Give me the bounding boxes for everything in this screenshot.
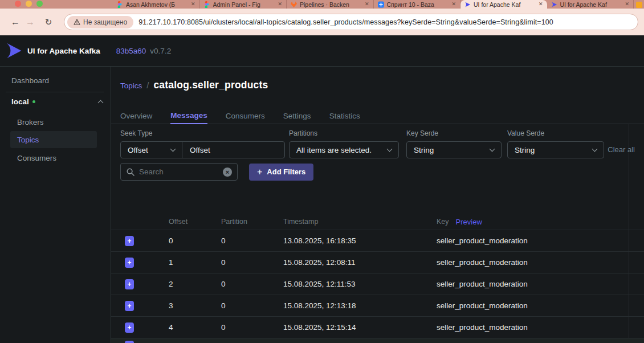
sidebar-divider [6, 92, 104, 92]
col-partition: Partition [221, 218, 283, 226]
figma-icon [117, 1, 123, 8]
tab-close-icon[interactable]: ✕ [278, 2, 282, 7]
table-row[interactable]: + 2 0 15.08.2025, 12:11:53 seller_produc… [111, 273, 644, 295]
browser-tab[interactable]: UI for Apache Kaf ✕ [547, 0, 634, 9]
sidebar-cluster-local[interactable]: local [11, 97, 103, 106]
chevron-down-icon [490, 146, 495, 152]
tab-close-icon[interactable]: ✕ [365, 2, 369, 7]
chevron-down-icon [387, 146, 393, 152]
cell-offset: 4 [169, 323, 221, 332]
expand-row-button[interactable]: + [125, 236, 134, 246]
browser-tab[interactable]: Pipelines · Backen ✕ [287, 0, 374, 9]
col-offset: Offset [169, 218, 221, 226]
expand-row-button[interactable]: + [125, 301, 134, 311]
partitions-select[interactable]: All items are selected. [289, 141, 399, 158]
cell-partition: 0 [221, 258, 283, 267]
page-title: catalog.seller_products [153, 79, 268, 91]
cell-timestamp: 15.08.2025, 12:11:53 [283, 280, 437, 288]
cell-key: seller_product_moderation [437, 301, 644, 310]
expand-row-button[interactable]: + [125, 322, 134, 333]
seek-type-label: Seek Type [120, 129, 285, 137]
cell-key: seller_product_moderation [437, 280, 644, 288]
sidebar-item-brokers[interactable]: Brokers [17, 118, 44, 126]
seek-type-select[interactable]: Offset [121, 142, 182, 158]
breadcrumb: Topics / catalog.seller_products [120, 79, 268, 91]
cell-timestamp: 15.08.2025, 12:08:11 [283, 258, 437, 267]
seek-type-group: Seek Type Offset [120, 129, 285, 158]
maximize-window-button[interactable] [36, 1, 43, 7]
tab-close-icon[interactable]: ✕ [451, 2, 456, 7]
table-row-partial[interactable] [111, 338, 644, 343]
forward-button[interactable]: → [23, 18, 38, 27]
browser-tab-title: UI for Apache Kaf [474, 1, 536, 8]
browser-tab-title: Asan Akhmetov (Б [126, 1, 188, 8]
tab-close-icon[interactable]: ✕ [191, 2, 195, 7]
messages-table: Offset Partition Timestamp Key Preview +… [111, 214, 644, 338]
back-button[interactable]: ← [8, 18, 23, 27]
key-preview-link[interactable]: Preview [456, 218, 482, 226]
close-window-button[interactable] [15, 1, 21, 7]
security-chip[interactable]: Не защищено [67, 16, 133, 28]
clear-all-link[interactable]: Clear all [608, 145, 635, 154]
seek-offset-input[interactable] [182, 146, 284, 154]
key-serde-select[interactable]: String [406, 141, 502, 158]
table-row[interactable]: + 3 0 15.08.2025, 12:13:18 seller_produc… [111, 295, 644, 316]
browser-tab[interactable]: Admin Panel - Fig ✕ [200, 0, 287, 9]
browser-tab[interactable]: Asan Akhmetov (Б ✕ [113, 0, 200, 9]
minimize-window-button[interactable] [26, 1, 32, 7]
cell-key: seller_product_moderation [437, 258, 644, 267]
address-bar[interactable]: Не защищено 91.217.10.170:8085/ui/cluste… [64, 14, 638, 30]
app-header: UI for Apache Kafka 83b5a60 v0.7.2 [0, 35, 644, 67]
traffic-lights [15, 1, 43, 7]
breadcrumb-separator: / [146, 80, 149, 90]
search-input[interactable] [139, 168, 218, 176]
browser-tab-title: Спринт 10 - Baza [387, 1, 449, 8]
url-text[interactable]: 91.217.10.170:8085/ui/clusters/local/all… [138, 18, 553, 26]
cell-timestamp: 15.08.2025, 12:13:18 [283, 301, 437, 310]
browser-tab-active[interactable]: UI for Apache Kaf ✕ [460, 0, 547, 9]
search-row: × + Add Filters [120, 163, 313, 181]
expand-row-button[interactable]: + [125, 258, 134, 268]
breadcrumb-topics-link[interactable]: Topics [120, 81, 142, 90]
add-filters-button[interactable]: + Add Filters [249, 164, 313, 181]
table-row[interactable]: + 4 0 15.08.2025, 12:15:14 seller_produc… [111, 316, 644, 338]
cell-offset: 0 [169, 236, 221, 245]
browser-tab-title: Pipelines · Backen [300, 1, 362, 8]
partial-tab-icon[interactable] [636, 2, 642, 8]
cell-partition: 0 [221, 280, 283, 288]
sidebar-item-topics[interactable]: Topics [10, 131, 97, 148]
seek-type-selected: Offset [121, 146, 171, 154]
chevron-up-icon [98, 100, 104, 106]
cell-offset: 1 [169, 258, 221, 267]
expand-row-button[interactable]: + [125, 279, 134, 289]
version-label: v0.7.2 [150, 47, 171, 55]
value-serde-select[interactable]: String [507, 141, 604, 158]
cell-timestamp: 13.08.2025, 16:18:35 [283, 236, 437, 245]
blue-app-icon [378, 1, 384, 8]
table-row[interactable]: + 1 0 15.08.2025, 12:08:11 seller_produc… [111, 251, 644, 273]
tab-messages[interactable]: Messages [170, 107, 207, 124]
sidebar-item-dashboard[interactable]: Dashboard [11, 76, 49, 85]
tab-close-icon[interactable]: ✕ [625, 2, 629, 7]
gitlab-icon [291, 1, 297, 8]
reload-button[interactable]: ↻ [41, 18, 56, 26]
sidebar-item-label: Topics [17, 136, 39, 144]
clear-search-icon[interactable]: × [223, 168, 232, 177]
tab-close-icon[interactable]: ✕ [539, 2, 543, 7]
value-serde-label: Value Serde [507, 129, 604, 137]
key-serde-label: Key Serde [406, 129, 502, 137]
sidebar-item-consumers[interactable]: Consumers [17, 154, 56, 162]
warning-icon [74, 19, 80, 25]
browser-tab[interactable]: Спринт 10 - Baza ✕ [374, 0, 461, 9]
commit-link[interactable]: 83b5a60 [116, 47, 146, 55]
table-row[interactable]: + 0 0 13.08.2025, 16:18:35 seller_produc… [111, 230, 644, 251]
search-box[interactable]: × [120, 163, 238, 181]
tab-statistics[interactable]: Statistics [329, 107, 360, 124]
tab-settings[interactable]: Settings [283, 107, 311, 124]
browser-tab-title: Admin Panel - Fig [213, 1, 275, 8]
tab-consumers[interactable]: Consumers [226, 107, 265, 124]
expand-row-button[interactable] [125, 341, 134, 343]
plus-icon: + [257, 167, 262, 177]
browser-tab-strip: Asan Akhmetov (Б ✕ Admin Panel - Fig ✕ P… [0, 0, 644, 9]
tab-overview[interactable]: Overview [120, 107, 152, 124]
